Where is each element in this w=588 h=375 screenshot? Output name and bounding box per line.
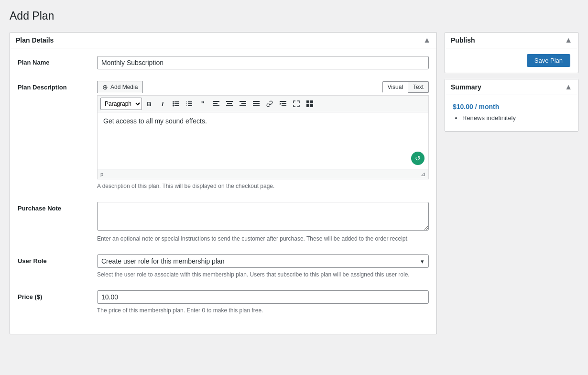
svg-rect-23 xyxy=(253,105,260,106)
toolbar-align-center[interactable] xyxy=(223,98,236,110)
svg-rect-19 xyxy=(241,103,246,104)
publish-body: Save Plan xyxy=(445,48,578,73)
plan-details-panel-header: Plan Details ▲ xyxy=(10,33,436,48)
add-media-label: Add Media xyxy=(110,84,138,90)
add-media-icon: ⊕ xyxy=(102,83,108,91)
summary-price: $10.00 / month xyxy=(453,103,570,110)
plan-description-control: ⊕ Add Media Visual Text Paragraph xyxy=(97,81,429,190)
price-label: Price ($) xyxy=(18,290,89,300)
svg-rect-30 xyxy=(306,104,309,107)
user-role-select-wrapper: Create user role for this membership pla… xyxy=(97,254,429,268)
toolbar-align-left[interactable] xyxy=(210,98,222,110)
editor-tabs: Visual Text xyxy=(382,81,429,93)
summary-list: Renews indefinitely xyxy=(453,114,570,121)
plan-description-row: Plan Description ⊕ Add Media Visual Text xyxy=(18,81,429,190)
user-role-row: User Role Create user role for this memb… xyxy=(18,254,429,279)
svg-text:3: 3 xyxy=(186,104,187,107)
toolbar-link[interactable] xyxy=(263,98,276,110)
svg-rect-25 xyxy=(282,103,286,104)
svg-rect-6 xyxy=(188,101,192,102)
toolbar-align-right[interactable] xyxy=(237,98,249,110)
user-role-label: User Role xyxy=(18,254,89,265)
toolbar-kitchen-sink[interactable] xyxy=(304,98,316,110)
summary-panel-header: Summary ▲ xyxy=(445,79,578,95)
plan-details-panel: Plan Details ▲ Plan Name Plan Descriptio… xyxy=(10,32,437,334)
svg-rect-12 xyxy=(213,101,219,102)
plan-name-row: Plan Name xyxy=(18,56,429,69)
side-column: Publish ▲ Save Plan Summary ▲ $10.00 / m… xyxy=(445,32,578,132)
editor-refresh-icon: ↺ xyxy=(411,152,425,165)
publish-panel-header: Publish ▲ xyxy=(445,33,578,48)
toolbar-ol[interactable]: 123 xyxy=(183,98,196,110)
svg-rect-28 xyxy=(306,100,309,103)
svg-point-5 xyxy=(173,105,174,107)
editor-body[interactable]: Get access to all my sound effects. ↺ xyxy=(97,112,429,169)
page-title: Add Plan xyxy=(10,10,578,22)
paragraph-select[interactable]: Paragraph xyxy=(100,98,142,110)
svg-point-3 xyxy=(173,101,174,103)
tab-text[interactable]: Text xyxy=(408,81,429,93)
svg-rect-0 xyxy=(174,101,179,102)
add-media-button[interactable]: ⊕ Add Media xyxy=(97,81,143,93)
price-row: Price ($) The price of this membership p… xyxy=(18,290,429,315)
plan-details-toggle[interactable]: ▲ xyxy=(423,36,431,44)
svg-rect-1 xyxy=(174,103,179,104)
main-column: Plan Details ▲ Plan Name Plan Descriptio… xyxy=(10,32,437,334)
summary-item-renews: Renews indefinitely xyxy=(462,114,570,121)
save-plan-button[interactable]: Save Plan xyxy=(527,54,570,67)
price-control: The price of this membership plan. Enter… xyxy=(97,290,429,315)
plan-details-body: Plan Name Plan Description ⊕ Add Media xyxy=(10,48,436,334)
svg-rect-14 xyxy=(213,105,219,106)
description-help: A description of this plan. This will be… xyxy=(97,182,429,190)
toolbar-ul[interactable] xyxy=(170,98,182,110)
svg-rect-15 xyxy=(226,101,233,102)
purchase-note-row: Purchase Note Enter an optional note or … xyxy=(18,202,429,243)
user-role-help: Select the user role to associate with t… xyxy=(97,270,429,279)
svg-rect-31 xyxy=(310,104,313,107)
purchase-note-control: Enter an optional note or special instru… xyxy=(97,202,429,243)
plan-details-title: Plan Details xyxy=(16,36,54,44)
summary-title: Summary xyxy=(451,83,481,91)
plan-name-control xyxy=(97,56,429,69)
svg-rect-24 xyxy=(280,101,286,102)
plan-name-label: Plan Name xyxy=(18,56,89,66)
svg-rect-20 xyxy=(240,105,246,106)
tab-visual[interactable]: Visual xyxy=(382,81,408,93)
svg-rect-7 xyxy=(188,103,192,104)
toolbar-align-justify[interactable] xyxy=(250,98,262,110)
purchase-note-input[interactable] xyxy=(97,202,429,231)
plan-name-input[interactable] xyxy=(97,56,429,69)
svg-rect-22 xyxy=(253,103,260,104)
editor-resize-handle[interactable]: ⊿ xyxy=(421,171,425,177)
svg-rect-13 xyxy=(213,103,218,104)
publish-toggle[interactable]: ▲ xyxy=(565,36,572,44)
svg-point-4 xyxy=(173,103,174,105)
price-input[interactable] xyxy=(97,290,429,304)
svg-rect-21 xyxy=(253,101,260,102)
svg-rect-8 xyxy=(188,105,192,106)
purchase-note-help: Enter an optional note or special instru… xyxy=(97,234,429,243)
svg-rect-16 xyxy=(227,103,232,104)
user-role-select[interactable]: Create user role for this membership pla… xyxy=(97,254,429,268)
toolbar-indent[interactable] xyxy=(277,98,289,110)
toolbar-blockquote[interactable]: " xyxy=(196,98,209,110)
plan-description-label: Plan Description xyxy=(18,81,89,91)
summary-toggle[interactable]: ▲ xyxy=(565,83,572,91)
user-role-control: Create user role for this membership pla… xyxy=(97,254,429,279)
svg-rect-18 xyxy=(240,101,246,102)
svg-rect-29 xyxy=(310,100,313,103)
toolbar-fullscreen[interactable] xyxy=(290,98,303,110)
editor-content: Get access to all my sound effects. xyxy=(103,117,207,125)
editor-tag: p xyxy=(100,171,103,177)
toolbar-bold[interactable]: B xyxy=(143,98,155,110)
publish-panel: Publish ▲ Save Plan xyxy=(445,32,578,73)
toolbar-italic[interactable]: I xyxy=(156,98,169,110)
editor-toolbar-top: ⊕ Add Media Visual Text xyxy=(97,81,429,93)
price-help: The price of this membership plan. Enter… xyxy=(97,306,429,315)
svg-rect-2 xyxy=(174,105,179,106)
publish-title: Publish xyxy=(451,36,475,44)
svg-rect-17 xyxy=(226,105,233,106)
summary-panel: Summary ▲ $10.00 / month Renews indefini… xyxy=(445,79,578,132)
svg-marker-27 xyxy=(280,102,281,105)
wysiwyg-toolbar: Paragraph B I 123 " xyxy=(97,95,429,112)
